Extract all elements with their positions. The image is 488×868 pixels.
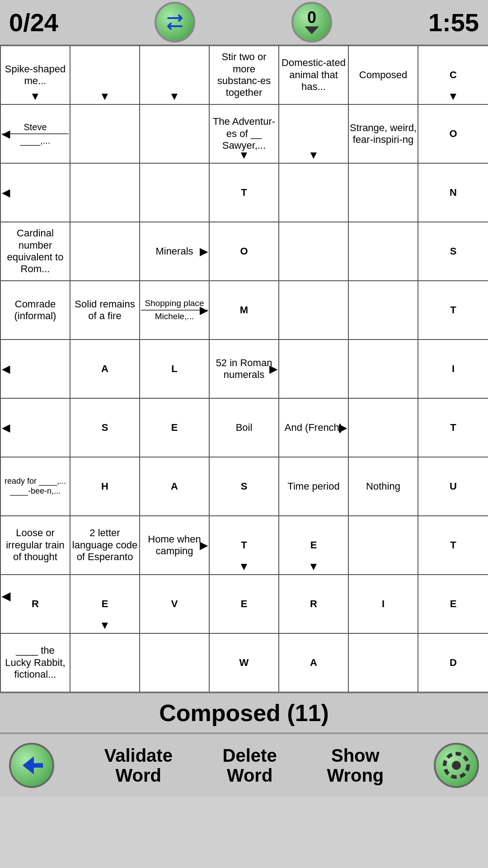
cell-5-5[interactable] — [348, 340, 418, 398]
cell-3-5[interactable] — [348, 222, 418, 281]
table-row: A L 52 in Roman numerals I — [0, 340, 488, 398]
delete-word-button[interactable]: DeleteWord — [223, 745, 277, 785]
cell-5-6[interactable]: I — [418, 340, 488, 398]
cell-3-0[interactable]: Cardinal number equivalent to Rom... — [0, 222, 70, 281]
cell-3-4[interactable] — [279, 222, 348, 281]
cell-1-2[interactable] — [140, 104, 209, 163]
cell-0-1[interactable] — [70, 46, 140, 104]
cell-4-2[interactable]: Shopping placeMichele,... — [140, 281, 209, 340]
cell-6-5[interactable] — [348, 398, 418, 457]
cell-7-1[interactable]: H — [70, 457, 140, 516]
cell-7-2[interactable]: A — [140, 457, 209, 516]
cell-9-5[interactable]: I — [348, 575, 418, 633]
cell-5-0[interactable] — [0, 340, 70, 398]
cell-5-4[interactable] — [279, 340, 348, 398]
cell-4-6[interactable]: T — [418, 281, 488, 340]
cell-9-6[interactable]: E — [418, 575, 488, 633]
cell-8-6[interactable]: T — [418, 516, 488, 575]
cell-10-4[interactable]: A — [279, 633, 348, 692]
swap-button[interactable] — [155, 2, 195, 42]
cell-6-2[interactable]: E — [140, 398, 209, 457]
svg-marker-0 — [305, 27, 319, 34]
status-bar: Composed (11) — [0, 693, 488, 733]
cell-2-6[interactable]: N — [418, 163, 488, 222]
cell-7-3[interactable]: S — [209, 457, 279, 516]
cell-0-4[interactable]: Domestic-ated animal that has... — [279, 46, 348, 104]
show-wrong-button[interactable]: ShowWrong — [327, 745, 384, 785]
table-row: ____ the Lucky Rabbit, fictional... W A … — [0, 633, 488, 692]
cell-1-0[interactable]: Steve____,... — [0, 104, 70, 163]
cell-8-2[interactable]: Home when camping — [140, 516, 209, 575]
cell-9-0[interactable]: R — [0, 575, 70, 633]
cell-2-4[interactable] — [279, 163, 348, 222]
cell-0-3[interactable]: Stir two or more substanc-es together — [209, 46, 279, 104]
cell-6-4[interactable]: And (French) — [279, 398, 348, 457]
back-button[interactable] — [9, 743, 54, 788]
svg-marker-1 — [23, 756, 43, 774]
cell-0-0[interactable]: Spike-sha­ped me... — [0, 46, 70, 104]
cell-3-6[interactable]: S — [418, 222, 488, 281]
cell-8-3[interactable]: T — [209, 516, 279, 575]
cell-9-4[interactable]: R — [279, 575, 348, 633]
cell-9-1[interactable]: E — [70, 575, 140, 633]
cell-5-1[interactable]: A — [70, 340, 140, 398]
cell-10-1[interactable] — [70, 633, 140, 692]
table-row: T N — [0, 163, 488, 222]
status-text: Composed (11) — [159, 699, 329, 726]
cell-7-6[interactable]: U — [418, 457, 488, 516]
cell-9-3[interactable]: E — [209, 575, 279, 633]
cell-0-2[interactable] — [140, 46, 209, 104]
cell-7-5[interactable]: Nothing — [348, 457, 418, 516]
settings-button[interactable] — [434, 743, 479, 788]
cell-2-2[interactable] — [140, 163, 209, 222]
validate-word-button[interactable]: ValidateWord — [104, 745, 173, 785]
cell-2-5[interactable] — [348, 163, 418, 222]
cell-8-5[interactable] — [348, 516, 418, 575]
cell-1-6[interactable]: O — [418, 104, 488, 163]
cell-2-1[interactable] — [70, 163, 140, 222]
table-row: R E V E R I E — [0, 575, 488, 633]
counter-value: 0 — [307, 9, 316, 26]
cell-1-4[interactable] — [279, 104, 348, 163]
cell-6-0[interactable] — [0, 398, 70, 457]
cell-1-1[interactable] — [70, 104, 140, 163]
cell-4-1[interactable]: Solid remains of a fire — [70, 281, 140, 340]
cell-10-3[interactable]: W — [209, 633, 279, 692]
table-row: Spike-sha­ped me... Stir two or more sub… — [0, 46, 488, 104]
cell-4-4[interactable] — [279, 281, 348, 340]
table-row: Comrade (informal) Solid remains of a fi… — [0, 281, 488, 340]
cell-2-3[interactable]: T — [209, 163, 279, 222]
cell-4-3[interactable]: M — [209, 281, 279, 340]
cell-0-5[interactable]: Composed — [348, 46, 418, 104]
cell-10-6[interactable]: D — [418, 633, 488, 692]
cell-1-3[interactable]: The Adventur-es of __ Sawyer,... — [209, 104, 279, 163]
cell-0-6[interactable]: C — [418, 46, 488, 104]
counter-button[interactable]: 0 — [291, 2, 332, 42]
cell-3-3[interactable]: O — [209, 222, 279, 281]
cell-4-0[interactable]: Comrade (informal) — [0, 281, 70, 340]
cell-2-0[interactable] — [0, 163, 70, 222]
cell-3-1[interactable] — [70, 222, 140, 281]
cell-8-0[interactable]: Loose or irregular train of thought — [0, 516, 70, 575]
cell-1-5[interactable]: Strange, weird, fear-inspiri-ng — [348, 104, 418, 163]
timer-display: 1:55 — [428, 8, 479, 37]
table-row: S E Boil And (French) T — [0, 398, 488, 457]
cell-8-1[interactable]: 2 letter language code of Esperanto — [70, 516, 140, 575]
cell-10-0[interactable]: ____ the Lucky Rabbit, fictional... — [0, 633, 70, 692]
cell-4-5[interactable] — [348, 281, 418, 340]
cell-5-3[interactable]: 52 in Roman numerals — [209, 340, 279, 398]
cell-10-5[interactable] — [348, 633, 418, 692]
cell-8-4[interactable]: E — [279, 516, 348, 575]
cell-9-2[interactable]: V — [140, 575, 209, 633]
cell-6-3[interactable]: Boil — [209, 398, 279, 457]
score-display: 0/24 — [9, 8, 58, 37]
cell-7-4[interactable]: Time period — [279, 457, 348, 516]
cell-7-0[interactable]: ready for ____,...____-bee-n,... — [0, 457, 70, 516]
cell-10-2[interactable] — [140, 633, 209, 692]
cell-6-6[interactable]: T — [418, 398, 488, 457]
cell-5-2[interactable]: L — [140, 340, 209, 398]
cell-3-2[interactable]: Minerals — [140, 222, 209, 281]
cell-6-1[interactable]: S — [70, 398, 140, 457]
header: 0/24 0 1:55 — [0, 0, 488, 45]
table-row: Loose or irregular train of thought 2 le… — [0, 516, 488, 575]
